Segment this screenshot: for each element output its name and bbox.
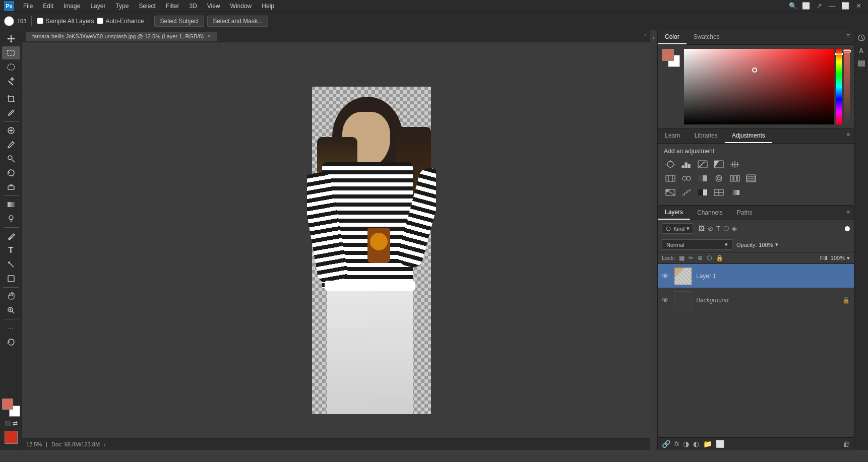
layer-item-layer1[interactable]: 👁 Layer 1 [658,264,854,288]
canvas-document[interactable] [252,87,471,414]
menu-window[interactable]: Window [226,2,256,11]
tab-adjustments[interactable]: Adjustments [725,129,772,143]
menu-file[interactable]: File [19,2,37,11]
filter-smart-icon[interactable]: ◈ [732,225,737,232]
lasso-tool[interactable] [2,60,20,74]
move-tool[interactable] [2,32,20,45]
collapse-panel-button[interactable]: ‹ [644,31,646,38]
gradient-area[interactable] [684,49,834,124]
brightness-contrast-icon[interactable] [664,159,677,170]
pen-tool[interactable] [2,230,20,243]
foreground-background-colors[interactable] [2,399,20,417]
filter-adjust-icon[interactable]: ⊘ [708,225,713,232]
exposure-icon[interactable] [712,159,725,170]
shape-tool[interactable] [2,272,20,285]
add-mask-icon[interactable]: ◑ [683,440,689,448]
add-fx-icon[interactable]: fx [674,440,679,447]
zoom-tool[interactable] [2,304,20,317]
menu-filter[interactable]: Filter [162,2,183,11]
workspace-icon[interactable]: ⬜ [800,1,812,12]
brush-tool[interactable] [2,138,20,151]
create-layer-icon[interactable]: ⬜ [716,440,724,448]
fill-arrow[interactable]: ▾ [847,255,850,261]
minimize-icon[interactable]: — [827,1,838,12]
foreground-color-swatch[interactable] [2,399,13,410]
create-adjustment-icon[interactable]: ◐ [693,440,699,448]
color-panel-options[interactable]: ≡ [842,30,854,44]
tab-paths[interactable]: Paths [730,206,760,219]
tab-close-button[interactable]: × [208,33,211,39]
create-group-icon[interactable]: 📁 [703,440,712,448]
magic-wand-tool[interactable] [2,75,20,88]
gradient-map-icon[interactable] [728,187,741,198]
heal-tool[interactable] [2,124,20,137]
canvas-viewport[interactable] [22,42,650,438]
tab-color[interactable]: Color [658,30,687,44]
eraser-tool[interactable] [2,180,20,193]
document-tab[interactable]: tamara-bellis-JoKS3XweV50-unsplash.jpg @… [26,32,217,41]
opacity-arrow[interactable]: ▾ [775,241,778,248]
hsl-icon[interactable] [664,173,677,184]
rotate-button[interactable] [2,336,20,349]
posterize-icon[interactable] [680,187,693,198]
filter-type-icon[interactable]: T [716,225,720,232]
sample-all-layers-input[interactable] [37,18,43,24]
lock-artboard-icon[interactable]: ⬡ [707,254,712,261]
path-select-tool[interactable] [2,258,20,271]
filter-kind-dropdown[interactable]: Kind ▾ [662,223,693,234]
menu-3d[interactable]: 3D [185,2,201,11]
fill-value[interactable]: 100% [831,255,845,261]
link-layers-icon[interactable]: 🔗 [662,440,670,448]
eyedropper-tool[interactable] [2,106,20,119]
black-white-icon[interactable] [696,173,709,184]
color-gradient-picker[interactable] [684,49,834,124]
lock-image-icon[interactable]: ✏ [689,254,694,261]
character-styles-icon[interactable]: A [856,45,867,56]
curves-icon[interactable] [696,159,709,170]
tab-libraries[interactable]: Libraries [688,129,725,143]
delete-layer-icon[interactable]: 🗑 [843,440,850,448]
photo-filter-icon[interactable] [712,173,725,184]
lock-all-icon[interactable]: 🔒 [716,254,723,261]
filter-toggle-dot[interactable] [845,226,850,231]
select-and-mask-button[interactable]: Select and Mask... [207,16,268,27]
menu-layer[interactable]: Layer [86,2,109,11]
menu-image[interactable]: Image [59,2,84,11]
adjustments-panel-options[interactable]: ≡ [842,129,854,143]
sample-all-layers-checkbox[interactable]: Sample All Layers [37,18,94,25]
search-icon[interactable]: 🔍 [787,1,798,12]
history-brush-tool[interactable] [2,166,20,179]
clone-stamp-tool[interactable] [2,152,20,165]
menu-view[interactable]: View [203,2,224,11]
menu-select[interactable]: Select [135,2,159,11]
hand-tool[interactable] [2,290,20,303]
layer1-visibility-icon[interactable]: 👁 [662,272,670,280]
type-tool[interactable]: T [2,244,20,257]
menu-type[interactable]: Type [111,2,133,11]
collapse-strip[interactable]: ‹ [650,30,657,450]
dodge-tool[interactable] [2,212,20,225]
color-picker-area[interactable] [684,49,850,124]
quick-mask-icon[interactable] [5,431,18,444]
opacity-value[interactable]: 100% [759,242,773,248]
layer-item-background[interactable]: 👁 Background 🔒 [658,288,854,312]
default-colors-icon[interactable]: ⬛ [5,421,11,426]
lock-transparent-icon[interactable]: ▦ [679,254,685,261]
background-layer-name[interactable]: Background [696,297,838,304]
background-visibility-icon[interactable]: 👁 [662,296,670,304]
properties-icon[interactable] [856,58,867,70]
history-icon[interactable] [856,32,867,43]
maximize-icon[interactable]: ⬜ [840,1,851,12]
collapse-arrow[interactable]: ‹ [653,35,654,41]
layer1-name[interactable]: Layer 1 [696,273,850,280]
tab-learn[interactable]: Learn [658,129,688,143]
filter-shape-icon[interactable]: ⬡ [723,225,729,232]
status-arrow[interactable]: › [104,441,106,447]
select-subject-button[interactable]: Select Subject [154,16,204,27]
vibrance-icon[interactable] [728,159,741,170]
hue-slider[interactable] [836,49,842,124]
tab-layers[interactable]: Layers [658,206,690,220]
alpha-slider[interactable] [844,49,850,124]
tab-swatches[interactable]: Swatches [687,30,727,44]
tab-channels[interactable]: Channels [690,206,730,219]
